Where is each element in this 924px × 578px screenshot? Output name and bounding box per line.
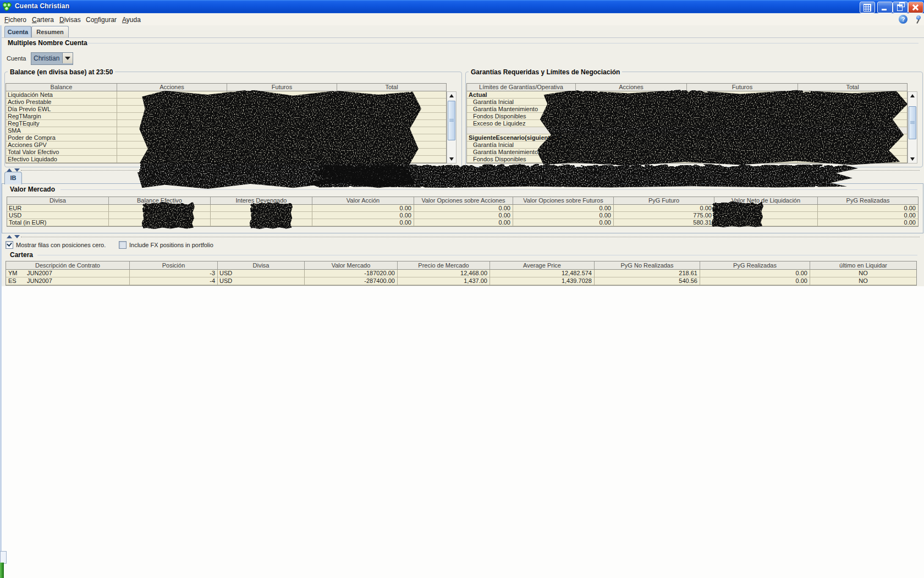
portfolio-group-line [37,255,917,255]
collapse-down-icon[interactable] [14,235,20,238]
redaction-scribble [249,201,293,229]
menu-bar: Fichero Cartera Divisas Configurar Ayuda [0,13,924,26]
account-label: Cuenta [7,55,26,62]
margin-panel-title: Garantías Requeridas y Límites de Negoci… [469,68,622,76]
account-group-line [87,43,919,43]
redaction-scribble [711,201,763,227]
column-header[interactable]: Divisa [7,197,109,205]
window-title: Cuenta Christian [15,2,69,10]
column-header[interactable]: Average Price [490,261,595,270]
collapse-up-icon[interactable] [7,235,12,238]
column-header[interactable]: Límites de Garantías/Operativa [467,84,576,91]
minimize-button[interactable] [877,2,893,13]
contract-symbol: YM [6,270,27,277]
table-row[interactable]: ESJUN2007 -4 USD -287400.00 1,437.00 1,4… [6,277,916,285]
menu-divisas[interactable]: Divisas [58,15,82,24]
tab-resumen[interactable]: Resumen [31,26,69,37]
close-button[interactable] [908,2,923,13]
column-header[interactable]: Valor Opciones sobre Acciones [414,197,513,205]
redaction-scribble [536,89,908,166]
column-header[interactable]: último en Liquidar [810,261,916,270]
market-value-title: Valor Mercado [8,186,57,193]
maximize-button[interactable] [893,2,908,13]
close-icon [912,4,919,10]
portfolio-title: Cartera [8,251,35,259]
contract-symbol: ES [6,277,27,285]
account-dropdown-value: Christian [34,54,59,62]
column-header[interactable]: Valor Mercado [305,261,398,270]
show-zero-positions-checkbox[interactable] [6,241,13,249]
column-header[interactable]: PyG Realizadas [818,197,918,205]
scroll-down-icon[interactable] [910,157,915,161]
column-header[interactable]: Acciones [117,84,227,91]
chevron-down-icon [65,57,70,60]
column-header[interactable]: Total [337,84,446,91]
menu-cartera[interactable]: Cartera [30,15,56,24]
market-value-group-line [61,189,917,190]
include-fx-positions-checkbox[interactable] [119,241,127,249]
tab-ib[interactable]: IB [4,172,22,184]
menu-configurar[interactable]: Configurar [84,15,118,24]
column-header[interactable]: Valor Opciones sobre Futuros [513,197,614,205]
portfolio-header: Descripción de Contrato Posición Divisa … [6,261,916,270]
scroll-up-icon[interactable] [449,94,454,97]
redaction-scribble [141,201,195,229]
balance-panel-title: Balance (en divisa base) at 23:50 [8,68,115,76]
portfolio-table: Descripción de Contrato Posición Divisa … [6,261,917,286]
column-header[interactable]: PyG Realizadas [700,261,810,270]
column-header[interactable]: Futuros [687,84,798,91]
pin-icon[interactable] [915,15,922,24]
column-header[interactable]: Futuros [227,84,337,91]
empty-area [0,286,924,578]
account-group-title: Multiples Nombre Cuenta [6,39,90,47]
minimize-icon [882,9,887,10]
app-icon [3,2,12,11]
column-header[interactable]: Balance [6,84,117,91]
application-window: Cuenta Christian Fichero Cartera Divisas… [0,0,924,578]
grid-icon [864,4,871,12]
splitter-handle[interactable] [21,237,920,237]
window-left-border [0,25,2,578]
menu-fichero[interactable]: Fichero [3,15,28,24]
taskbar-fragment [0,551,7,564]
column-header[interactable]: Acciones [576,84,687,91]
table-row[interactable]: YMJUN2007 -3 USD -187020.00 12,468.00 12… [6,270,916,277]
column-header[interactable]: Precio de Mercado [398,261,490,270]
tab-cuenta[interactable]: Cuenta [4,26,31,37]
scrollbar-thumb[interactable] [448,101,455,140]
splitter[interactable] [0,235,922,239]
column-header[interactable]: PyG Futuro [614,197,714,205]
column-header[interactable]: Posición [130,261,218,270]
column-header[interactable]: PyG No Realizadas [595,261,700,270]
scrollbar-thumb[interactable] [909,106,916,139]
grid-button[interactable] [860,2,875,13]
redaction-scribble [308,163,858,188]
start-button-fragment [0,563,4,578]
help-icon[interactable]: ? [899,15,908,24]
balance-scrollbar[interactable] [447,91,457,163]
show-zero-positions-label: Mostrar filas con posiciones cero. [16,242,106,248]
column-header[interactable]: Divisa [218,261,305,270]
account-dropdown[interactable]: Christian [31,52,73,65]
title-bar: Cuenta Christian [0,0,924,13]
column-header[interactable]: Total [798,84,907,91]
scroll-down-icon[interactable] [449,157,454,161]
contract-month: JUN2007 [27,270,52,276]
tab-strip: Cuenta Resumen [0,25,924,37]
column-header[interactable]: Valor Acción [312,197,414,205]
menu-ayuda[interactable]: Ayuda [120,15,142,24]
balance-table-header: Balance Acciones Futuros Total [6,84,446,91]
include-fx-positions-label: Include FX positions in portfolio [129,242,213,248]
contract-month: JUN2007 [27,277,52,284]
column-header[interactable]: Descripción de Contrato [6,261,130,270]
restore-icon [897,4,903,11]
margin-scrollbar[interactable] [908,91,917,163]
scroll-up-icon[interactable] [910,94,915,97]
account-dropdown-button[interactable] [62,53,73,63]
